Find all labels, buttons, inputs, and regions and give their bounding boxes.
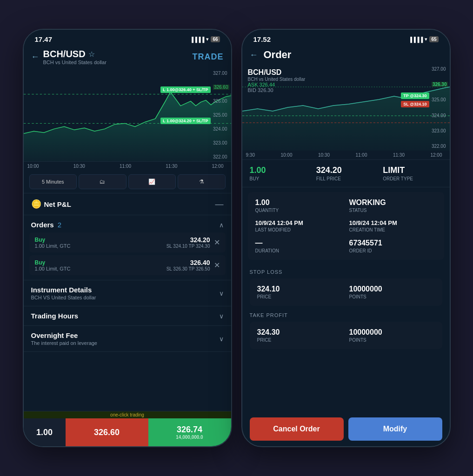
order-type-2: Buy bbox=[35, 259, 167, 266]
summary-fill-value: 324.20 bbox=[316, 165, 375, 175]
take-profit-section: TAKE PROFIT 324.30 PRICE 10000000 POINTS bbox=[242, 308, 450, 351]
tp-price: 324.30 PRICE bbox=[257, 328, 343, 343]
detail-duration-value: — bbox=[255, 239, 343, 247]
price-lbl: 324.00 bbox=[432, 113, 448, 118]
order-tag-1: L 1.00@326.40 + SL/TP bbox=[160, 86, 210, 93]
chart2-bid: BID 326.30 bbox=[248, 87, 306, 93]
tp-price-label: PRICE bbox=[257, 337, 343, 343]
phone-1: 17.47 ▐▐▐▐ ▾ 66 ← BCH/USD ☆ BCH vs Unite… bbox=[23, 29, 232, 447]
chart2-pair: BCH/USD bbox=[248, 68, 306, 77]
sl-price-value: 324.10 bbox=[257, 285, 343, 293]
sell-button[interactable]: 326.60 bbox=[66, 418, 148, 446]
bottom-bar-1: one-click trading 1.00 326.60 326.74 14,… bbox=[24, 411, 231, 446]
phone-2: 17.52 ▐▐▐▐ ▾ 65 ← Order BCH/USD BCH vs U… bbox=[241, 29, 451, 447]
summary-type-label: ORDER TYPE bbox=[383, 176, 442, 181]
overnight-fee-title: Overnight Fee bbox=[31, 331, 97, 339]
take-profit-card: 324.30 PRICE 10000000 POINTS bbox=[250, 322, 442, 349]
detail-order-id: 67345571 ORDER ID bbox=[349, 239, 437, 253]
overnight-fee-chevron[interactable]: ∨ bbox=[219, 335, 224, 343]
favorite-icon-1[interactable]: ☆ bbox=[88, 50, 95, 59]
instrument-details-chevron[interactable]: ∨ bbox=[219, 290, 224, 297]
net-pl-section: 🪙 Net P&L — bbox=[24, 193, 231, 215]
briefcase-button[interactable]: 🗂 bbox=[79, 174, 127, 189]
order-sltp-1: SL 324.10 TP 324.30 bbox=[167, 244, 210, 249]
status-icons-1: ▐▐▐▐ ▾ 66 bbox=[190, 36, 220, 42]
status-time-1: 17.47 bbox=[35, 35, 53, 43]
orders-section: Orders 2 ∧ Buy 1.00 Limit, GTC 324.20 SL… bbox=[24, 215, 231, 280]
signal-icon-2: ▐▐▐▐ bbox=[408, 37, 423, 42]
time-label: 11:00 bbox=[120, 164, 131, 169]
chart-area-1: L 1.00@326.40 + SL/TP L 1.00@324.20 + SL… bbox=[24, 69, 231, 162]
modify-button[interactable]: Modify bbox=[348, 417, 442, 441]
orders-title: Orders 2 bbox=[31, 221, 62, 229]
order-close-2[interactable]: ✕ bbox=[214, 261, 220, 270]
detail-duration: — DURATION bbox=[255, 239, 343, 253]
detail-creation-label: CREATION TIME bbox=[349, 227, 437, 232]
wifi-icon-1: ▾ bbox=[206, 36, 209, 42]
buy-button[interactable]: 326.74 14,000,000.0 bbox=[148, 418, 231, 446]
buy-sublabel: 14,000,000.0 bbox=[152, 435, 227, 440]
trade-button-1[interactable]: TRADE bbox=[193, 52, 224, 62]
detail-status: WORKING STATUS bbox=[349, 198, 437, 213]
orders-count: 2 bbox=[58, 221, 61, 229]
net-pl-toggle[interactable]: — bbox=[215, 199, 224, 209]
price-label: 326.00 bbox=[213, 99, 229, 104]
stop-loss-title: STOP LOSS bbox=[250, 269, 442, 275]
detail-orderid-label: ORDER ID bbox=[349, 248, 437, 253]
wifi-icon-2: ▾ bbox=[425, 36, 427, 42]
quantity-button[interactable]: 1.00 bbox=[24, 418, 66, 446]
price-lbl: 327.00 bbox=[432, 66, 448, 72]
sl-points: 10000000 POINTS bbox=[349, 285, 435, 299]
price-lbl: 325.00 bbox=[432, 97, 448, 102]
price-label: 324.00 bbox=[213, 126, 229, 132]
trading-hours-header[interactable]: Trading Hours ∨ bbox=[31, 312, 224, 320]
summary-qty: 1.00 BUY bbox=[250, 165, 309, 181]
overnight-fee-subtitle: The interest paid on leverage bbox=[31, 340, 97, 346]
one-click-label: one-click trading bbox=[24, 411, 231, 418]
back-button-2[interactable]: ← bbox=[250, 50, 258, 60]
price-label: 326.60 bbox=[213, 85, 229, 90]
tp-points-value: 10000000 bbox=[349, 328, 435, 337]
instrument-details-header[interactable]: Instrument Details BCH VS United States … bbox=[31, 286, 224, 300]
trading-hours-title: Trading Hours bbox=[31, 312, 79, 320]
trading-hours-chevron[interactable]: ∨ bbox=[219, 312, 224, 320]
status-bar-1: 17.47 ▐▐▐▐ ▾ 66 bbox=[24, 30, 231, 45]
detail-quantity: 1.00 QUANTITY bbox=[255, 198, 343, 213]
orders-label: Orders bbox=[31, 221, 54, 229]
header-left-1: ← BCH/USD ☆ BCH vs United States dollar bbox=[31, 49, 107, 65]
summary-fill-label: FILL PRICE bbox=[316, 176, 375, 181]
stop-loss-section: STOP LOSS 324.10 PRICE 10000000 POINTS bbox=[242, 264, 450, 308]
timeframe-button[interactable]: 5 Minutes bbox=[29, 174, 77, 189]
orders-chevron[interactable]: ∧ bbox=[219, 221, 224, 229]
time-lbl-2: 10:00 bbox=[280, 152, 292, 158]
detail-status-value: WORKING bbox=[349, 198, 437, 207]
time-label: 11:30 bbox=[166, 164, 177, 169]
order-close-1[interactable]: ✕ bbox=[214, 238, 220, 247]
pair-title-1: BCH/USD bbox=[43, 49, 86, 60]
sl-tag: SL @324.10 bbox=[401, 101, 429, 107]
cancel-order-button[interactable]: Cancel Order bbox=[250, 417, 344, 441]
summary-qty-value: 1.00 bbox=[250, 165, 309, 175]
battery-2: 65 bbox=[429, 36, 438, 42]
chart2-tags: TP @324.30 SL @324.10 bbox=[401, 93, 429, 107]
sl-price: 324.10 PRICE bbox=[257, 285, 343, 299]
chart-type-button[interactable]: 📈 bbox=[128, 174, 176, 189]
order-right-2: 326.40 SL 326.30 TP 326.50 bbox=[167, 259, 210, 271]
price-lbl: 322.00 bbox=[432, 144, 448, 149]
status-time-2: 17.52 bbox=[253, 35, 271, 43]
time-label: 10:00 bbox=[27, 164, 39, 169]
overnight-fee-header[interactable]: Overnight Fee The interest paid on lever… bbox=[31, 331, 224, 346]
detail-last-modified: 10/9/24 12:04 PM LAST MODIFIED bbox=[255, 219, 343, 232]
time-label: 10:30 bbox=[73, 164, 85, 169]
order-header: ← Order bbox=[242, 45, 450, 65]
tp-points-label: POINTS bbox=[349, 337, 435, 343]
back-button-1[interactable]: ← bbox=[31, 52, 40, 62]
summary-type-value: LIMIT bbox=[383, 165, 442, 175]
analytics-button[interactable]: ⚗ bbox=[178, 174, 226, 189]
order-detail-2: 1.00 Limit, GTC bbox=[35, 266, 167, 271]
chart-area-2: BCH/USD BCH vs United States dollar ASK … bbox=[242, 65, 450, 151]
detail-qty-label: QUANTITY bbox=[255, 208, 343, 213]
price-labels-1: 327.00 326.60 326.00 325.00 324.00 323.0… bbox=[213, 69, 229, 161]
time-axis-2: 9:30 10:00 10:30 11:00 11:30 12:00 bbox=[242, 151, 450, 160]
order-title: Order bbox=[264, 49, 292, 61]
